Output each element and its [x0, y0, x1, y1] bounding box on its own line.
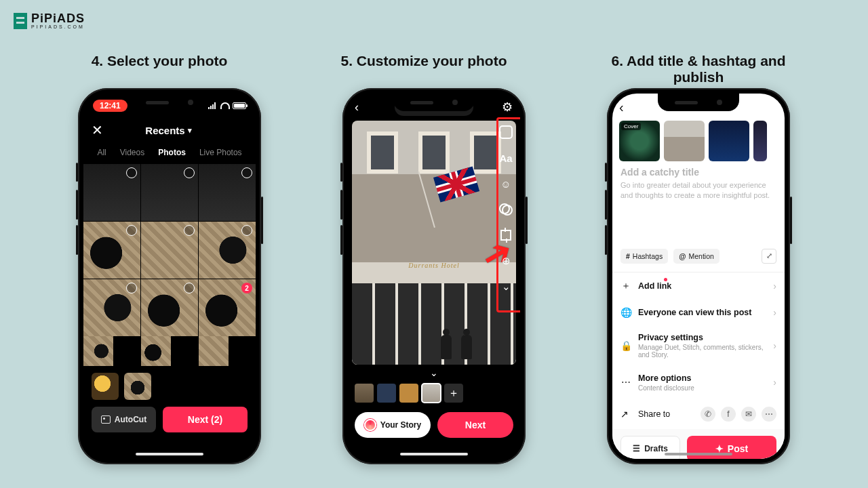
photo-cell[interactable] — [141, 164, 198, 221]
globe-icon: 🌐 — [620, 307, 631, 318]
visibility-label: Everyone can view this post — [638, 308, 751, 317]
back-icon[interactable]: ‹ — [619, 100, 624, 115]
chevron-down-icon: ▾ — [188, 126, 192, 135]
hashtags-chip[interactable]: #Hashtags — [620, 249, 668, 264]
more-sub: Content disclosure — [638, 384, 694, 392]
frame-tool-icon[interactable] — [497, 123, 515, 141]
album-selector[interactable]: Recents ▾ — [145, 125, 191, 136]
add-photo-button[interactable]: ＋ — [444, 384, 463, 403]
photo-cell[interactable] — [199, 164, 256, 221]
photo-cell[interactable] — [199, 222, 256, 279]
home-indicator[interactable] — [136, 453, 203, 455]
expand-editor-icon[interactable]: ⤢ — [762, 249, 776, 264]
add-photo-tool-icon[interactable]: ⊕ — [497, 252, 515, 270]
photo-cell[interactable] — [83, 279, 140, 336]
select-circle-icon[interactable] — [184, 167, 195, 178]
cover-thumbs — [612, 121, 785, 167]
visibility-row[interactable]: 🌐 Everyone can view this post › — [612, 300, 785, 325]
step-6-title: 6. Add title & hashtag and publish — [597, 53, 800, 85]
photo-cell[interactable] — [141, 279, 198, 336]
avatar-icon — [364, 419, 376, 431]
lock-icon: 🔒 — [620, 340, 631, 351]
strip-thumb[interactable] — [377, 384, 396, 403]
expand-toolbar-icon[interactable]: ⌄ — [497, 278, 515, 296]
select-circle-icon[interactable] — [126, 225, 137, 236]
strip-thumb[interactable] — [399, 384, 418, 403]
your-story-button[interactable]: Your Story — [355, 412, 431, 438]
share-label: Share to — [638, 409, 670, 419]
close-icon[interactable]: ✕ — [92, 122, 103, 138]
collapse-strip-icon[interactable]: ⌄ — [348, 365, 520, 381]
sticker-tool-icon[interactable]: ☺ — [497, 175, 515, 192]
next-button[interactable]: Next — [437, 412, 513, 438]
plus-icon: ＋ — [620, 280, 631, 292]
select-circle-icon[interactable] — [184, 283, 195, 293]
brand-domain: PIPIADS.COM — [31, 24, 85, 29]
battery-icon — [233, 102, 246, 109]
select-circle-icon[interactable] — [241, 167, 252, 178]
photo-cell[interactable] — [199, 336, 229, 366]
tab-all[interactable]: All — [97, 148, 106, 157]
phone-notch — [129, 94, 210, 111]
back-icon[interactable]: ‹ — [355, 100, 367, 115]
photo-canvas[interactable]: Durrants Hotel ➔ — [352, 121, 516, 365]
home-indicator[interactable] — [400, 453, 468, 455]
photo-cell[interactable] — [83, 222, 140, 279]
privacy-settings-row[interactable]: 🔒 Privacy settings Manage Duet, Stitch, … — [612, 325, 785, 366]
post-thumb[interactable] — [709, 121, 749, 161]
phone-notch — [658, 94, 739, 111]
photo-cell[interactable] — [141, 222, 198, 279]
select-circle-icon[interactable] — [184, 225, 195, 236]
photo-grid: 2 — [83, 164, 256, 336]
screen-select-photo: 12:41 ✕ Recents ▾ All Videos Photos — [83, 94, 256, 459]
photo-cell[interactable] — [83, 164, 140, 221]
autocut-button[interactable]: AutoCut — [92, 407, 156, 432]
title-input[interactable]: Add a catchy title — [612, 167, 785, 178]
more-share-icon[interactable]: ⋯ — [762, 407, 776, 422]
share-icon: ↗ — [620, 409, 631, 420]
brand-name: PiPiADS — [31, 12, 85, 24]
next-button[interactable]: Next (2) — [163, 407, 248, 432]
home-indicator[interactable] — [665, 453, 732, 455]
select-circle-icon[interactable] — [241, 225, 252, 236]
photo-cell[interactable] — [83, 336, 113, 366]
strip-thumb-selected[interactable] — [422, 384, 441, 403]
tab-videos[interactable]: Videos — [120, 148, 144, 157]
phone-mock-2: ‹ ♪ Walking Aro… ✕ ⚙ Aa ☺ ⊕ ⌄ — [342, 88, 526, 464]
text-tool-icon[interactable]: Aa — [497, 149, 515, 167]
photo-cell[interactable] — [141, 336, 171, 366]
facebook-icon[interactable]: f — [721, 407, 736, 422]
add-link-label: Add link — [638, 281, 671, 291]
description-input[interactable]: Go into greater detail about your experi… — [612, 178, 785, 201]
chevron-right-icon: › — [773, 307, 776, 318]
effects-tool-icon[interactable] — [497, 201, 515, 218]
new-badge-dot — [664, 278, 667, 281]
selected-thumb[interactable] — [92, 373, 119, 400]
mention-chip[interactable]: @Mention — [673, 249, 719, 264]
tab-live-photos[interactable]: Live Photos — [199, 148, 242, 157]
select-circle-icon[interactable] — [126, 167, 137, 178]
autocut-icon — [101, 415, 111, 424]
step-5-title: 5. Customize your photo — [332, 53, 515, 85]
photo-cell[interactable]: 2 — [199, 279, 256, 336]
tab-photos[interactable]: Photos — [158, 148, 186, 157]
post-thumb[interactable] — [753, 121, 767, 161]
post-thumb[interactable] — [664, 121, 705, 161]
next-label: Next (2) — [188, 414, 222, 425]
strip-thumb[interactable] — [355, 384, 374, 403]
select-circle-icon[interactable] — [126, 283, 137, 293]
cover-thumb[interactable] — [619, 121, 660, 161]
autocut-label: AutoCut — [115, 415, 146, 424]
whatsapp-icon[interactable]: ✆ — [701, 407, 715, 422]
add-link-row[interactable]: ＋ Add link › — [612, 272, 785, 300]
your-story-label: Your Story — [380, 420, 421, 430]
gear-icon[interactable]: ⚙ — [501, 100, 513, 115]
more-icon: ⋯ — [620, 377, 631, 388]
more-label: More options — [638, 373, 691, 383]
messenger-icon[interactable]: ✉ — [741, 407, 756, 422]
crop-tool-icon[interactable] — [497, 226, 515, 244]
recording-time-pill: 12:41 — [93, 100, 127, 112]
selection-badge[interactable]: 2 — [241, 283, 252, 293]
selected-thumb[interactable] — [124, 373, 151, 400]
more-options-row[interactable]: ⋯ More options Content disclosure › — [612, 366, 785, 399]
